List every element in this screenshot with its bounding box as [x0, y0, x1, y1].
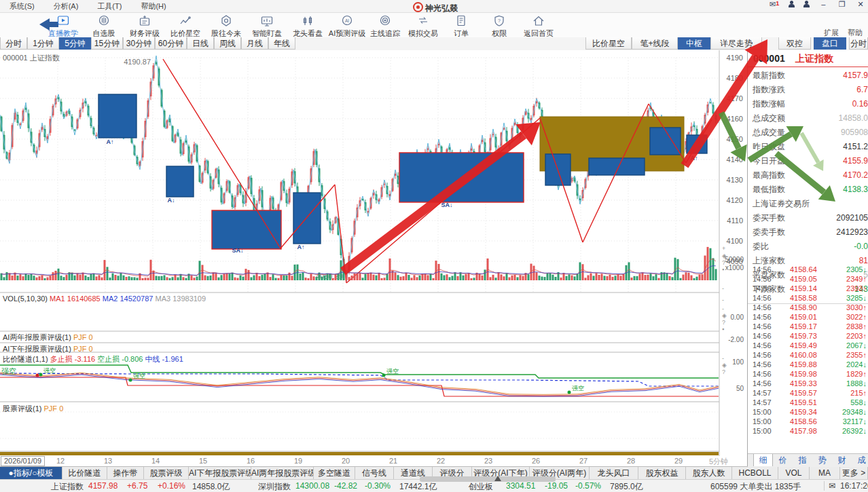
status-mail-icon[interactable]: ✉: [829, 481, 835, 491]
indicator-tab-6[interactable]: 多空隧道: [314, 467, 355, 479]
window-controls: ✉1 – ❐ ✕: [756, 0, 865, 12]
toolbar-item-smart-monitor[interactable]: 智能盯盘: [246, 14, 288, 39]
toolbar-item-live-teach[interactable]: 直播教学: [42, 14, 84, 39]
indicator-tab-1[interactable]: 比价隧道: [62, 467, 107, 479]
tick-volume: 2024↓: [846, 360, 867, 369]
tick-volume: 2838↑: [846, 322, 867, 331]
period-tab-1分钟[interactable]: 1分钟: [27, 37, 59, 50]
menu-item-3[interactable]: 帮助(H): [131, 0, 175, 12]
mini-tab-势[interactable]: 势: [812, 454, 832, 466]
svg-text:A↑: A↑: [691, 155, 698, 162]
mode-tab-比价星空[interactable]: 比价星空: [585, 37, 632, 50]
period-tab-月线[interactable]: 月线: [241, 37, 268, 50]
svg-text:-: -: [722, 285, 724, 292]
svg-text:?: ?: [722, 319, 725, 326]
mini-tab-细[interactable]: 细: [753, 454, 773, 466]
order-icon: [454, 14, 468, 27]
indicator-tab-17[interactable]: MA: [810, 467, 840, 479]
period-tab-30分钟[interactable]: 30分钟: [123, 37, 155, 50]
tick-price: 4159.33: [790, 379, 817, 388]
period-tab-5分钟[interactable]: 5分钟: [59, 37, 91, 50]
period-tab-60分钟[interactable]: 60分钟: [155, 37, 187, 50]
tick-row: 14:564159.142393↑: [748, 284, 868, 293]
toolbar-item-price-starsky[interactable]: 比价星空: [164, 14, 206, 39]
tick-time: 14:56: [753, 293, 772, 303]
toolbar-item-leader-watch[interactable]: 龙头看盘: [287, 14, 329, 39]
mode-tab-详尽走势[interactable]: 详尽走势: [710, 37, 762, 50]
quote-label: 上海证券交易所: [753, 197, 810, 211]
menu-bar: 系统(S)分析(A)工具(T)帮助(H) 神光弘燚 ✉1 – ❐ ✕: [0, 0, 868, 13]
menu-item-2[interactable]: 工具(T): [88, 0, 131, 12]
period-tab-年线[interactable]: 年线: [268, 37, 295, 50]
indicator-tab-4[interactable]: AI下年报股票评级: [189, 467, 251, 479]
chart-symbol-label: 000001 上证指数: [3, 53, 60, 63]
status-深圳指数-pct: -0.30%: [365, 481, 391, 491]
toolbar-item-finance-rating[interactable]: 财务评级: [124, 14, 166, 39]
account-icon[interactable]: [803, 0, 810, 7]
menu-item-1[interactable]: 分析(A): [44, 0, 88, 12]
tick-price: 4159.73: [790, 331, 817, 341]
indicator-tab-18[interactable]: 更多 >: [840, 467, 868, 479]
mini-tab-指[interactable]: 指: [793, 454, 812, 466]
smart-monitor-icon: [260, 14, 274, 27]
mode-tab-中枢[interactable]: 中枢: [678, 37, 710, 50]
svg-text:SA↓: SA↓: [441, 202, 452, 208]
indicator-tab-15[interactable]: HCBOLL: [732, 467, 778, 479]
period-tab-分时[interactable]: 分时: [0, 37, 27, 50]
indicator-tab-0[interactable]: ●指标/○模板: [0, 467, 62, 479]
quote-label: 最新指数: [753, 69, 785, 83]
tick-price: 4158.64: [790, 265, 817, 274]
toolbar-item-ai-predict[interactable]: AIAI预测评级: [326, 14, 368, 39]
tick-price: 4158.58: [790, 293, 817, 303]
period-tab-日线[interactable]: 日线: [187, 37, 214, 50]
toolbar-item-sim-trading[interactable]: 模拟交易: [402, 14, 444, 39]
tick-row: 14:564159.052349↑: [748, 274, 868, 284]
quote-row-昨日收盘: 昨日收盘4151.2: [748, 140, 868, 154]
svg-text:强空: 强空: [133, 373, 145, 379]
mail-icon: ✉: [770, 0, 776, 9]
svg-text:?: ?: [722, 259, 725, 266]
tick-price: 4157.98: [790, 426, 817, 436]
period-tab-15分钟[interactable]: 15分钟: [91, 37, 123, 50]
minimize-button[interactable]: –: [818, 0, 828, 8]
restore-button[interactable]: ❐: [837, 0, 847, 9]
panel-tab-分时[interactable]: 分时: [849, 37, 868, 50]
indicator-tab-5[interactable]: AI两年报股票评级: [251, 467, 314, 479]
toolbar-item-stock-history[interactable]: 股往今来: [205, 14, 247, 39]
menu-item-0[interactable]: 系统(S): [0, 0, 44, 12]
indicator-tab-7[interactable]: 信号线: [355, 467, 394, 479]
toolbar-item-permission[interactable]: ?权限: [478, 14, 520, 39]
quote-value: 14858.0: [839, 111, 868, 126]
chart-area[interactable]: A↑A↓SA↓A↑SA↓A↑4190.874080.29强空强空强空强空4190…: [0, 50, 747, 466]
toolbar-item-mainline-track[interactable]: 主线追踪: [364, 14, 406, 39]
quote-label: 最低指数: [753, 183, 785, 197]
mini-tab-成[interactable]: 成: [852, 454, 868, 466]
period-tab-周线[interactable]: 周线: [214, 37, 241, 50]
mini-tab-财[interactable]: 财: [832, 454, 852, 466]
toolbar-item-watchlist[interactable]: 自选股: [83, 14, 125, 39]
tick-volume: 215↑: [850, 388, 867, 398]
axis-tick-15: 15: [199, 457, 207, 465]
toolbar-item-home[interactable]: 返回首页: [518, 14, 560, 39]
indicator-tab-2[interactable]: 操作带: [107, 467, 144, 479]
toolbar-item-order[interactable]: 订单: [440, 14, 482, 39]
mini-tab-价[interactable]: 价: [773, 454, 793, 466]
indicator-tab-13[interactable]: 股东权益: [638, 467, 686, 479]
status-separator: [824, 481, 825, 491]
help-button[interactable]: 帮助: [848, 29, 863, 37]
ai2-pane-label: AI两年报股票评级(1) PJF 0: [3, 333, 93, 343]
quote-row-总成交额: 总成交额14858.0: [748, 111, 868, 126]
close-button[interactable]: ✕: [856, 0, 865, 9]
expand-button[interactable]: 扩展: [824, 29, 839, 37]
tick-price: 4160.08: [790, 350, 817, 360]
panel-tab-盘口[interactable]: 盘口: [814, 37, 846, 50]
indicator-tab-12[interactable]: 龙头风口: [590, 467, 638, 479]
panel-tab-双控[interactable]: 双控: [778, 37, 811, 50]
user-icon[interactable]: [789, 0, 795, 7]
indicator-tab-16[interactable]: VOL: [778, 467, 810, 479]
indicator-tab-3[interactable]: 股票评级: [144, 467, 189, 479]
price-chart[interactable]: A↑A↓SA↓A↑SA↓A↑4190.874080.29强空强空强空强空4190…: [0, 50, 747, 456]
mode-tab-笔+线段[interactable]: 笔+线段: [632, 37, 678, 50]
indicator-tab-14[interactable]: 股东人数: [686, 467, 732, 479]
mail-button[interactable]: ✉1: [763, 0, 779, 10]
